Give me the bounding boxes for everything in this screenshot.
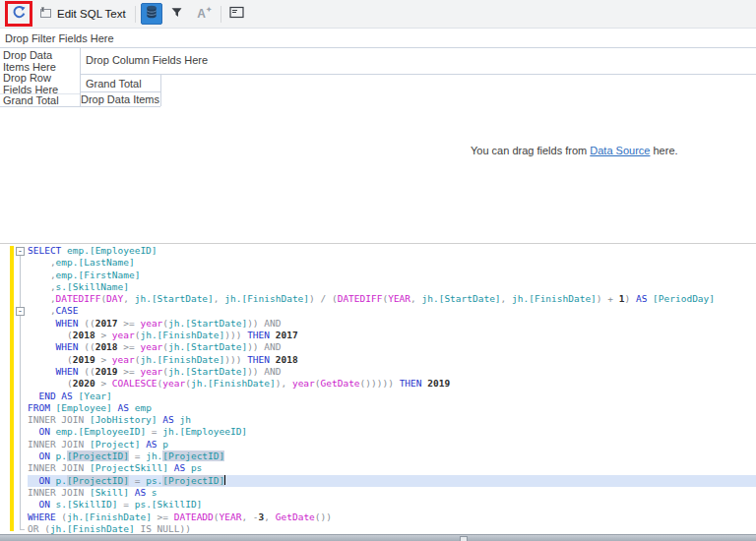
code-line[interactable]: WHEN ((2017 >= year(jh.[StartDate])) AND bbox=[28, 318, 756, 330]
data-items-cell[interactable]: Drop Data Items bbox=[80, 93, 160, 105]
toolbar-separator bbox=[135, 6, 136, 23]
data-items-area[interactable]: Drop Data Items Here bbox=[3, 49, 78, 73]
code-line[interactable]: INNER JOIN [ProjectSkill] AS ps bbox=[28, 462, 756, 474]
refresh-button[interactable] bbox=[9, 3, 29, 25]
code-line[interactable]: (2020 > COALESCE(year(jh.[FinishDate]), … bbox=[28, 378, 756, 390]
fold-collapse-icon[interactable]: - bbox=[16, 247, 25, 256]
edit-sql-icon bbox=[39, 7, 52, 22]
fold-end-tick bbox=[20, 529, 25, 530]
toolbar: Edit SQL Text A✦ bbox=[0, 0, 756, 28]
fold-collapse-icon[interactable]: - bbox=[16, 307, 25, 316]
code-line[interactable]: WHEN ((2018 >= year(jh.[StartDate])) AND bbox=[28, 341, 756, 353]
layout-icon bbox=[229, 5, 244, 23]
change-tracking-bar bbox=[10, 246, 14, 531]
sql-editor[interactable]: SELECT emp.[EmployeeID] ,emp.[LastName] … bbox=[0, 243, 756, 534]
code-line[interactable]: ,emp.[LastName] bbox=[28, 257, 756, 269]
code-line[interactable]: END AS [Year] bbox=[28, 391, 756, 402]
row-fields-area[interactable]: Drop Row Fields Here bbox=[3, 72, 78, 95]
code-line[interactable]: (2019 > year(jh.[FinishDate]))) THEN 201… bbox=[28, 354, 756, 366]
toolbar-separator bbox=[220, 6, 221, 23]
edit-sql-text-button[interactable]: Edit SQL Text bbox=[35, 3, 130, 25]
code-line[interactable]: ON p.[ProjectID] = jh.[ProjectID] bbox=[28, 451, 756, 462]
row-grand-total-cell: Grand Total bbox=[3, 94, 59, 106]
sql-code: SELECT emp.[EmployeeID] ,emp.[LastName] … bbox=[28, 245, 756, 535]
code-line[interactable]: WHEN ((2019 >= year(jh.[StartDate])) AND bbox=[28, 366, 756, 378]
code-line[interactable]: ,emp.[FirstName] bbox=[28, 270, 756, 281]
column-fields-area[interactable]: Drop Column Fields Here bbox=[86, 54, 208, 66]
code-line[interactable]: WHERE (jh.[FinishDate] >= DATEADD(YEAR, … bbox=[28, 511, 756, 523]
code-line[interactable]: (2018 > year(jh.[FinishDate]))) THEN 201… bbox=[28, 330, 756, 341]
pivot-grid: Drop Filter Fields Here Drop Data Items … bbox=[0, 28, 756, 244]
code-line[interactable]: INNER JOIN [JobHistory] AS jh bbox=[28, 414, 756, 426]
font-size-button[interactable]: A✦ bbox=[191, 3, 213, 25]
refresh-icon bbox=[12, 5, 27, 24]
code-line[interactable]: INNER JOIN [Project] AS p bbox=[28, 439, 756, 451]
database-icon bbox=[146, 5, 158, 23]
splitter-grip-icon bbox=[460, 536, 468, 541]
bottom-splitter[interactable] bbox=[0, 534, 756, 541]
data-source-link[interactable]: Data Source bbox=[590, 145, 650, 156]
drag-hint: You can drag fields from Data Source her… bbox=[471, 145, 678, 156]
code-line[interactable]: SELECT emp.[EmployeeID] bbox=[28, 245, 756, 257]
code-line[interactable]: ON s.[SkillID] = ps.[SkillID] bbox=[28, 499, 756, 511]
filter-icon bbox=[170, 5, 183, 23]
code-line[interactable]: ,CASE bbox=[28, 305, 756, 317]
edit-sql-label: Edit SQL Text bbox=[57, 8, 126, 20]
text-cursor bbox=[224, 475, 225, 485]
code-line[interactable]: FROM [Employee] AS emp bbox=[28, 402, 756, 414]
code-line[interactable]: INNER JOIN [Skill] AS s bbox=[28, 487, 756, 499]
code-line[interactable]: ,s.[SkillName] bbox=[28, 281, 756, 293]
column-grand-total-cell: Grand Total bbox=[86, 78, 142, 90]
filter-fields-area[interactable]: Drop Filter Fields Here bbox=[5, 32, 114, 44]
code-line[interactable]: ,DATEDIFF(DAY, jh.[StartDate], jh.[Finis… bbox=[28, 293, 756, 305]
data-source-button[interactable] bbox=[141, 3, 162, 25]
code-line[interactable]: ON emp.[EmployeeID] = jh.[EmployeeID] bbox=[28, 426, 756, 438]
filter-button[interactable] bbox=[166, 3, 188, 25]
font-size-icon: A✦ bbox=[197, 8, 206, 20]
layout-button[interactable] bbox=[226, 3, 248, 25]
fold-guide-line bbox=[20, 256, 21, 529]
code-line-current[interactable]: ON p.[ProjectID] = ps.[ProjectID] bbox=[28, 475, 756, 487]
